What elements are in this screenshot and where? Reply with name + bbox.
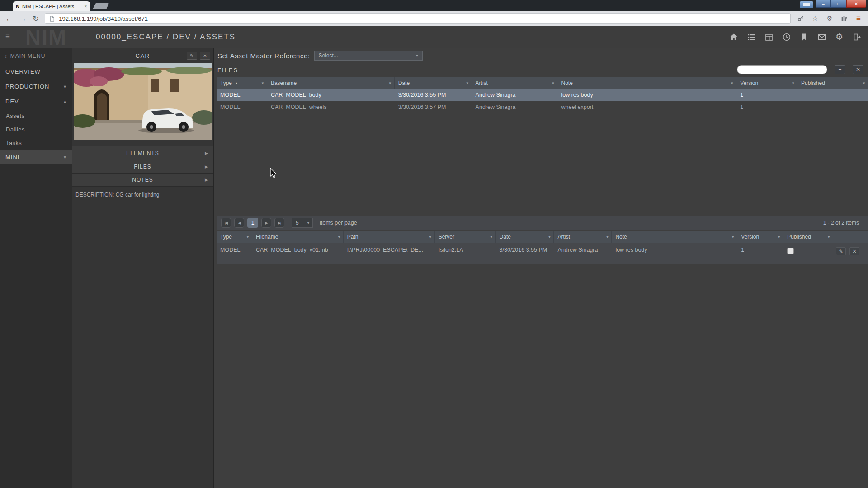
column-label: Basename <box>271 80 297 86</box>
column-header-version[interactable]: Version ▼ <box>737 231 783 243</box>
list-icon[interactable] <box>746 32 756 42</box>
edit-asset-button[interactable]: ✎ <box>187 52 197 60</box>
reload-icon[interactable]: ↻ <box>33 15 39 23</box>
current-page-button[interactable]: 1 <box>247 218 258 228</box>
touch-keyboard-button[interactable] <box>800 1 813 8</box>
column-header-published[interactable]: Published ▼ <box>797 77 868 89</box>
first-page-button[interactable]: |◀ <box>221 218 231 228</box>
forward-icon[interactable]: → <box>19 15 27 23</box>
column-menu-icon[interactable]: ▼ <box>731 235 735 239</box>
column-menu-icon[interactable]: ▼ <box>827 235 830 239</box>
column-menu-icon[interactable]: ▼ <box>429 235 432 239</box>
master-reference-select[interactable]: Select... ▼ <box>314 51 423 61</box>
key-icon[interactable] <box>797 14 805 23</box>
close-files-button[interactable]: ✕ <box>853 65 863 74</box>
delete-version-button[interactable]: ✕ <box>849 247 859 255</box>
sidebar-item-dev[interactable]: DEV ▲ <box>0 94 72 109</box>
table-row[interactable]: MODEL CAR_MODEL_wheels 3/30/2016 3:57 PM… <box>217 101 868 113</box>
sidebar-collapse-icon[interactable]: ≡ <box>5 32 10 41</box>
column-header-date[interactable]: Date ▼ <box>496 231 554 243</box>
column-menu-icon[interactable]: ▼ <box>777 235 781 239</box>
edit-version-button[interactable]: ✎ <box>836 247 846 255</box>
published-checkbox[interactable] <box>787 248 794 254</box>
bookmark-star-icon[interactable]: ☆ <box>811 14 819 23</box>
column-header-artist[interactable]: Artist ▼ <box>554 231 612 243</box>
window-minimize-button[interactable]: – <box>816 0 831 8</box>
column-menu-icon[interactable]: ▼ <box>548 235 552 239</box>
column-header-artist[interactable]: Artist ▼ <box>472 77 558 89</box>
address-bar[interactable]: 192.168.1.199/job/3410/asset/671 <box>45 13 791 24</box>
column-header-type[interactable]: Type ▼ <box>217 231 252 243</box>
column-menu-icon[interactable]: ▼ <box>337 235 341 239</box>
settings-gear-icon[interactable]: ⚙ <box>826 14 834 23</box>
column-header-date[interactable]: Date ▼ <box>395 77 472 89</box>
previous-page-button[interactable]: ◀ <box>234 218 244 228</box>
sidebar-item-label: Assets <box>6 113 24 119</box>
column-menu-icon[interactable]: ▼ <box>552 81 555 85</box>
pagination-bar: |◀ ◀ 1 ▶ ▶| 5 ▼ items per page 1 - 2 of … <box>217 216 868 230</box>
column-header-actions <box>833 231 868 243</box>
column-header-version[interactable]: Version ▼ <box>736 77 797 89</box>
last-page-button[interactable]: ▶| <box>274 218 284 228</box>
toolbar-right-icons: ☆ ⚙ ≡ <box>797 14 863 23</box>
gear-icon[interactable]: ⚙ <box>835 32 844 42</box>
items-per-page-select[interactable]: 5 ▼ <box>292 218 313 228</box>
table-row[interactable]: MODEL CAR_MODEL_body_v01.mb I:\PRJ\00000… <box>217 243 868 264</box>
column-menu-icon[interactable]: ▼ <box>246 235 250 239</box>
window-close-button[interactable]: ✕ <box>846 0 866 8</box>
browser-menu-icon[interactable]: ≡ <box>854 14 863 23</box>
panel-section-files[interactable]: FILES ▶ <box>72 160 213 173</box>
column-header-filename[interactable]: Filename ▼ <box>252 231 344 243</box>
sidebar-main-menu[interactable]: ‹ MAIN MENU <box>0 48 72 64</box>
back-icon[interactable]: ← <box>5 15 13 23</box>
column-header-basename[interactable]: Basename ▼ <box>267 77 395 89</box>
library-icon[interactable] <box>840 14 848 23</box>
close-asset-button[interactable]: ✕ <box>200 52 210 60</box>
mail-icon[interactable] <box>817 32 826 42</box>
column-menu-icon[interactable]: ▼ <box>490 235 493 239</box>
column-label: Version <box>740 80 758 86</box>
sidebar-item-tasks[interactable]: Tasks <box>0 136 72 150</box>
files-section-title: FILES <box>217 67 238 74</box>
clock-icon[interactable] <box>782 32 791 42</box>
column-menu-icon[interactable]: ▼ <box>791 81 795 85</box>
panel-section-elements[interactable]: ELEMENTS ▶ <box>72 146 213 160</box>
home-icon[interactable] <box>729 32 738 42</box>
column-menu-icon[interactable]: ▼ <box>730 81 734 85</box>
column-menu-icon[interactable]: ▼ <box>261 81 264 85</box>
logout-icon[interactable] <box>852 32 862 42</box>
sidebar-item-overview[interactable]: OVERVIEW <box>0 64 72 79</box>
sort-asc-icon: ▲ <box>235 81 238 85</box>
sidebar-item-dailies[interactable]: Dailies <box>0 122 72 136</box>
search-input[interactable] <box>737 65 827 74</box>
new-tab-button[interactable] <box>93 3 109 9</box>
tab-close-icon[interactable]: ✕ <box>84 4 87 9</box>
sidebar-item-assets[interactable]: Assets <box>0 109 72 122</box>
column-header-note[interactable]: Note ▼ <box>612 231 737 243</box>
sidebar-item-mine[interactable]: MINE ▼ <box>0 150 72 164</box>
column-label: Artist <box>557 234 570 240</box>
column-header-path[interactable]: Path ▼ <box>344 231 435 243</box>
table-row[interactable]: MODEL CAR_MODEL_body 3/30/2016 3:55 PM A… <box>217 89 868 101</box>
column-menu-icon[interactable]: ▼ <box>862 81 866 85</box>
column-header-server[interactable]: Server ▼ <box>435 231 496 243</box>
column-label: Version <box>741 234 759 240</box>
next-page-button[interactable]: ▶ <box>261 218 271 228</box>
bookmark-icon[interactable] <box>799 32 809 42</box>
sidebar-item-production[interactable]: PRODUCTION ▼ <box>0 79 72 94</box>
sidebar-item-label: Tasks <box>6 140 22 146</box>
tab-title: NIM | ESCAPE | Assets <box>22 4 81 9</box>
column-menu-icon[interactable]: ▼ <box>388 81 392 85</box>
column-menu-icon[interactable]: ▼ <box>605 235 609 239</box>
window-maximize-button[interactable]: □ <box>831 0 846 8</box>
panel-section-notes[interactable]: NOTES ▶ <box>72 173 213 187</box>
column-header-type[interactable]: Type ▲ ▼ <box>217 77 267 89</box>
column-header-published[interactable]: Published ▼ <box>783 231 833 243</box>
calendar-icon[interactable] <box>764 32 774 42</box>
browser-tab[interactable]: N NIM | ESCAPE | Assets ✕ <box>13 1 90 11</box>
header-icon-bar: ⚙ <box>729 32 862 42</box>
column-menu-icon[interactable]: ▼ <box>466 81 469 85</box>
sidebar: ‹ MAIN MENU OVERVIEW PRODUCTION ▼ DEV ▲ … <box>0 48 72 488</box>
add-file-button[interactable]: + <box>835 65 845 74</box>
column-header-note[interactable]: Note ▼ <box>557 77 736 89</box>
